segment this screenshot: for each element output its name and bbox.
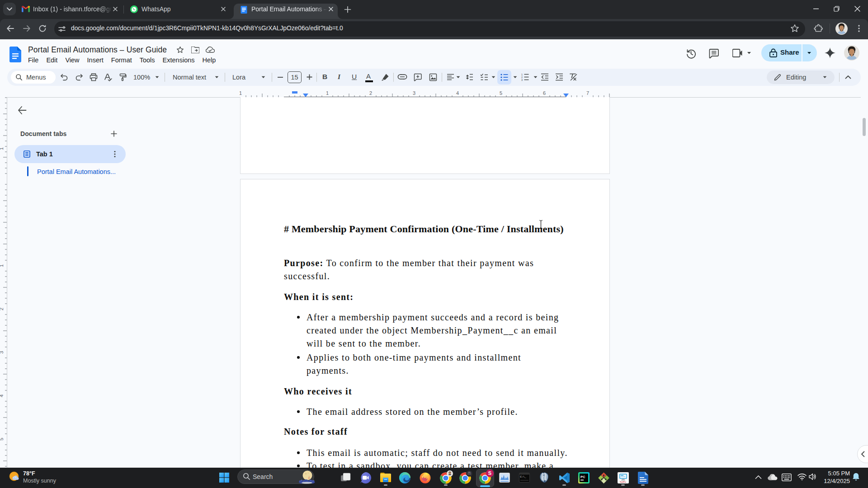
svg-text:2: 2 xyxy=(0,308,4,310)
svg-text:6: 6 xyxy=(543,90,546,96)
svg-text:7: 7 xyxy=(586,90,589,96)
svg-text:5: 5 xyxy=(0,438,4,441)
svg-text:3: 3 xyxy=(413,90,415,96)
svg-text:3: 3 xyxy=(0,351,4,354)
svg-text:2: 2 xyxy=(369,90,372,96)
svg-text:1: 1 xyxy=(239,90,242,96)
svg-text:1: 1 xyxy=(0,264,4,267)
svg-text:5: 5 xyxy=(500,90,502,96)
svg-text:TaskPro: TaskPro xyxy=(620,481,627,483)
svg-text:4: 4 xyxy=(456,90,459,96)
svg-text:3: 3 xyxy=(521,79,523,81)
svg-text:1: 1 xyxy=(326,90,329,96)
svg-text:4: 4 xyxy=(0,394,4,397)
svg-text:C:\_: C:\_ xyxy=(520,475,527,479)
svg-text:1: 1 xyxy=(0,147,4,150)
svg-text:PC: PC xyxy=(580,475,585,479)
